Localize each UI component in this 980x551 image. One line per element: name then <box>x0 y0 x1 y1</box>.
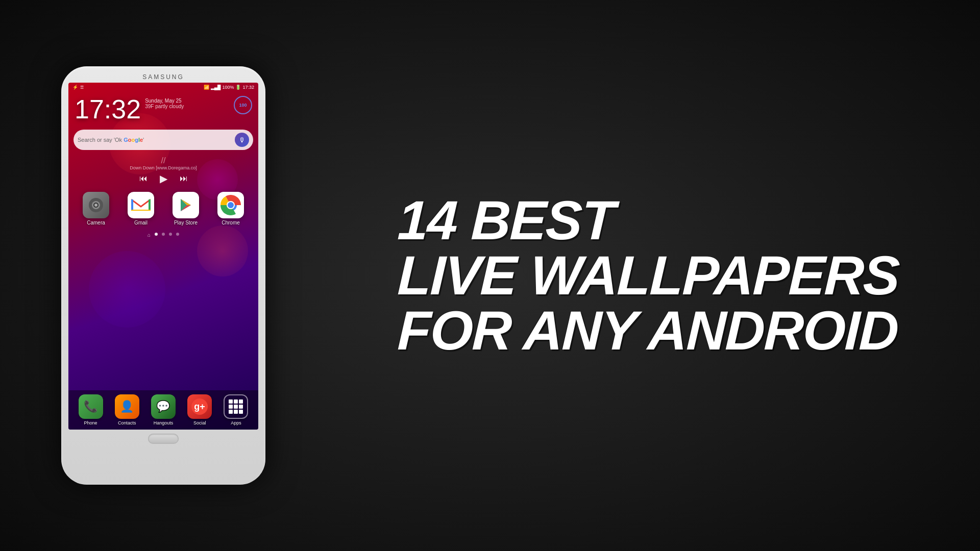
playstore-icon <box>173 192 199 218</box>
home-dot: ⌂ <box>148 233 151 238</box>
svg-rect-7 <box>131 210 151 211</box>
play-button[interactable]: ▶ <box>160 172 167 185</box>
signal-icon: ▂▄█ <box>211 85 221 90</box>
dock-item-hangouts[interactable]: 💬 Hangouts <box>146 394 180 425</box>
grid-dot <box>234 405 238 409</box>
dot-1 <box>155 233 158 236</box>
page-dots: ⌂ <box>68 230 258 241</box>
app-item-gmail[interactable]: Gmail <box>120 192 161 226</box>
usb-icon: ⚡ <box>72 85 78 90</box>
phone-screen: ⚡ ☰ 📶 ▂▄█ 100% 🔋 17:32 17:32 Sunday, May… <box>68 83 258 430</box>
grid-dot <box>239 410 243 414</box>
search-text: Search or say 'Ok Google' <box>78 137 235 143</box>
grid-dot <box>229 399 233 404</box>
status-left: ⚡ ☰ <box>72 85 84 90</box>
battery-circle: 100 <box>234 96 252 114</box>
mic-button[interactable]: 🎙 <box>235 133 249 147</box>
music-player: // Down Down [www.Doregama.co] ⏮ ▶ ⏭ <box>68 153 258 188</box>
playstore-label: Play Store <box>174 220 198 226</box>
clock-display: 17:32 <box>75 96 141 122</box>
notification-icon: ☰ <box>80 85 84 90</box>
grid-dot <box>229 405 233 409</box>
phone-bottom <box>148 430 179 446</box>
battery-percent: 100% <box>222 85 234 90</box>
apps-dock-label: Apps <box>231 420 241 425</box>
dot-2 <box>162 233 165 236</box>
title-line-1: 14 Best <box>397 193 900 248</box>
dock-item-phone[interactable]: 📞 Phone <box>74 394 108 425</box>
svg-text:g+: g+ <box>194 402 205 412</box>
chrome-label: Chrome <box>222 220 240 226</box>
grid-dot <box>234 410 238 414</box>
dot-3 <box>169 233 172 236</box>
apps-dock-icon <box>224 394 248 419</box>
music-track: Down Down [www.Doregama.co] <box>74 165 253 170</box>
hangouts-dock-icon: 💬 <box>151 394 176 419</box>
music-controls: ⏮ ▶ ⏭ <box>74 172 253 185</box>
dock-item-apps[interactable]: Apps <box>219 394 253 425</box>
chrome-icon <box>217 192 244 218</box>
clock-area: 17:32 Sunday, May 25 39F partly cloudy 1… <box>68 92 258 127</box>
bottom-dock: 📞 Phone 👤 Contacts 💬 Hangouts <box>68 390 258 430</box>
apps-grid <box>229 399 243 414</box>
phone-dock-label: Phone <box>84 420 97 425</box>
hangouts-dock-label: Hangouts <box>154 420 174 425</box>
app-item-camera[interactable]: Camera <box>76 192 116 226</box>
camera-icon <box>83 192 109 218</box>
title-block: 14 Best Live Wallpapers For Any Android <box>398 193 899 358</box>
clock-date: Sunday, May 25 <box>145 98 184 104</box>
grid-dot <box>239 399 243 404</box>
status-right: 📶 ▂▄█ 100% 🔋 17:32 <box>204 85 254 90</box>
grid-dot <box>234 399 238 404</box>
clock-weather: 39F partly cloudy <box>145 104 184 109</box>
status-time: 17:32 <box>242 85 254 90</box>
wifi-icon: 📶 <box>204 85 209 90</box>
phone-section: SAMSUNG ⚡ ☰ 📶 ▂▄█ 100% 🔋 17:32 <box>0 0 327 551</box>
dock-item-social[interactable]: g+ Social <box>183 394 217 425</box>
svg-point-3 <box>94 204 97 207</box>
samsung-logo: SAMSUNG <box>142 73 184 81</box>
phone-device: SAMSUNG ⚡ ☰ 📶 ▂▄█ 100% 🔋 17:32 <box>61 66 265 485</box>
battery-icon: 🔋 <box>235 85 241 90</box>
grid-dot <box>229 410 233 414</box>
title-line-3: For Any Android <box>397 303 900 358</box>
search-area[interactable]: Search or say 'Ok Google' 🎙 <box>68 127 258 153</box>
dock-item-contacts[interactable]: 👤 Contacts <box>110 394 144 425</box>
clock-info: Sunday, May 25 39F partly cloudy <box>145 98 184 109</box>
bokeh-3 <box>89 251 165 328</box>
social-dock-icon: g+ <box>187 394 212 419</box>
svg-point-12 <box>228 202 234 208</box>
svg-rect-5 <box>131 199 133 211</box>
music-equalizer: // <box>74 156 253 165</box>
search-bar[interactable]: Search or say 'Ok Google' 🎙 <box>74 130 253 150</box>
social-dock-label: Social <box>193 420 206 425</box>
app-item-chrome[interactable]: Chrome <box>210 192 251 226</box>
contacts-dock-label: Contacts <box>118 420 136 425</box>
next-button[interactable]: ⏭ <box>180 174 188 183</box>
prev-button[interactable]: ⏮ <box>139 174 148 183</box>
dot-4 <box>176 233 179 236</box>
app-grid: Camera Gmail <box>68 188 258 230</box>
grid-dot <box>239 405 243 409</box>
gmail-icon <box>128 192 154 218</box>
title-line-2: Live Wallpapers <box>397 248 900 303</box>
home-button[interactable] <box>148 434 179 444</box>
camera-label: Camera <box>87 220 105 226</box>
phone-dock-icon: 📞 <box>79 394 103 419</box>
text-section: 14 Best Live Wallpapers For Any Android <box>327 0 980 551</box>
contacts-dock-icon: 👤 <box>115 394 139 419</box>
app-item-playstore[interactable]: Play Store <box>165 192 206 226</box>
gmail-label: Gmail <box>134 220 148 226</box>
svg-rect-6 <box>149 199 151 211</box>
status-bar: ⚡ ☰ 📶 ▂▄█ 100% 🔋 17:32 <box>68 83 258 92</box>
